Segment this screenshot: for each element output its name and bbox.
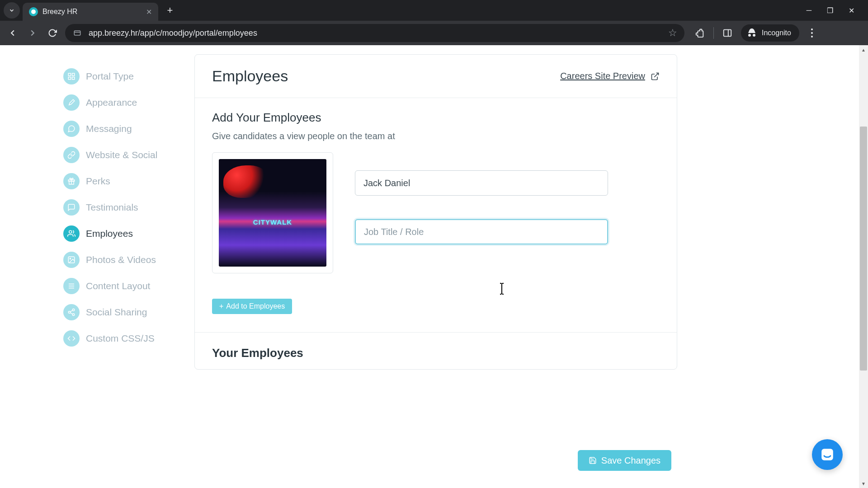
gift-icon	[63, 173, 80, 189]
back-button[interactable]	[5, 26, 20, 40]
close-window-icon[interactable]: ✕	[849, 6, 854, 15]
sidebar-item-label: Social Sharing	[86, 307, 147, 318]
sidebar-item-content-layout[interactable]: Content Layout	[63, 273, 194, 299]
preview-link-label: Careers Site Preview	[560, 71, 645, 81]
minimize-icon[interactable]: ─	[807, 6, 811, 15]
browser-toolbar: app.breezy.hr/app/c/moodjoy/portal/emplo…	[0, 21, 868, 45]
new-tab-button[interactable]: +	[163, 3, 177, 18]
browser-chrome: Breezy HR ✕ + ─ ❐ ✕ app.breezy.hr/app/c/…	[0, 0, 868, 45]
add-to-employees-button[interactable]: + Add to Employees	[212, 299, 292, 314]
add-button-label: Add to Employees	[226, 302, 285, 310]
employee-name-input[interactable]	[355, 170, 608, 196]
sidebar-item-custom-css-js[interactable]: Custom CSS/JS	[63, 325, 194, 352]
tab-search-button[interactable]	[4, 2, 20, 19]
content-card: Employees Careers Site Preview Add Your …	[194, 54, 677, 370]
employee-role-input[interactable]	[355, 219, 608, 244]
chat-icon	[63, 121, 80, 137]
svg-point-20	[72, 314, 75, 316]
plus-icon: +	[219, 302, 223, 310]
save-bar: Save Changes	[578, 450, 671, 471]
sidebar-item-social-sharing[interactable]: Social Sharing	[63, 299, 194, 325]
page-title: Employees	[212, 67, 288, 85]
svg-point-12	[69, 230, 72, 233]
reload-button[interactable]	[45, 26, 60, 40]
site-info-icon[interactable]	[72, 28, 82, 38]
settings-sidebar: Portal Type Appearance Messaging Website…	[0, 45, 194, 488]
maximize-icon[interactable]: ❐	[827, 6, 833, 15]
sidebar-item-label: Website & Social	[86, 150, 157, 160]
sidebar-item-employees[interactable]: Employees	[63, 221, 194, 247]
brush-icon	[63, 94, 80, 111]
sidebar-item-testimonials[interactable]: Testimonials	[63, 194, 194, 221]
svg-point-0	[31, 9, 36, 14]
url-text: app.breezy.hr/app/c/moodjoy/portal/emplo…	[89, 28, 662, 38]
sidebar-item-portal-type[interactable]: Portal Type	[63, 63, 194, 89]
section-subtitle: Give candidates a view people on the tea…	[212, 131, 660, 141]
add-employees-section: Add Your Employees Give candidates a vie…	[195, 98, 677, 332]
sidebar-item-label: Content Layout	[86, 281, 150, 291]
external-link-icon	[651, 72, 660, 81]
svg-rect-8	[72, 77, 75, 80]
svg-line-23	[654, 73, 658, 77]
svg-line-22	[70, 310, 72, 312]
incognito-label: Incognito	[762, 29, 791, 37]
your-employees-title: Your Employees	[195, 332, 677, 369]
save-button-label: Save Changes	[601, 455, 660, 466]
sidebar-item-label: Custom CSS/JS	[86, 333, 155, 344]
browser-tab[interactable]: Breezy HR ✕	[23, 3, 158, 21]
employee-photo-upload[interactable]	[212, 152, 333, 273]
browser-menu-button[interactable]	[807, 28, 816, 38]
intercom-icon	[820, 447, 835, 462]
scroll-thumb[interactable]	[860, 127, 867, 371]
sidebar-item-website-social[interactable]: Website & Social	[63, 142, 194, 168]
careers-preview-link[interactable]: Careers Site Preview	[560, 71, 660, 81]
employee-fields	[355, 152, 608, 268]
sidebar-item-perks[interactable]: Perks	[63, 168, 194, 194]
svg-rect-5	[68, 73, 71, 75]
svg-point-18	[72, 309, 75, 311]
svg-rect-24	[821, 449, 833, 460]
incognito-indicator[interactable]: Incognito	[741, 24, 799, 42]
svg-line-21	[70, 313, 72, 314]
scrollbar[interactable]: ▲ ▼	[859, 45, 868, 488]
sidebar-item-label: Testimonials	[86, 202, 138, 213]
tab-close-icon[interactable]: ✕	[146, 8, 152, 16]
extensions-area: Incognito	[690, 24, 821, 42]
save-icon	[589, 456, 597, 465]
scroll-up-arrow[interactable]: ▲	[859, 45, 868, 54]
link-icon	[63, 147, 80, 163]
sidebar-item-appearance[interactable]: Appearance	[63, 89, 194, 116]
svg-rect-7	[68, 77, 71, 80]
card-header: Employees Careers Site Preview	[195, 55, 677, 98]
svg-point-19	[68, 311, 71, 314]
section-title: Add Your Employees	[212, 111, 660, 125]
grid-icon	[63, 68, 80, 84]
sidepanel-icon[interactable]	[722, 28, 733, 38]
quote-icon	[63, 199, 80, 216]
forward-button[interactable]	[25, 26, 40, 40]
sidebar-item-messaging[interactable]: Messaging	[63, 116, 194, 142]
svg-rect-3	[724, 30, 731, 37]
sidebar-item-label: Perks	[86, 176, 110, 187]
sidebar-item-label: Portal Type	[86, 71, 134, 82]
bookmark-star-icon[interactable]: ☆	[668, 27, 677, 39]
sidebar-item-photos-videos[interactable]: Photos & Videos	[63, 247, 194, 273]
intercom-chat-button[interactable]	[812, 439, 843, 470]
code-icon	[63, 330, 80, 347]
users-icon	[63, 225, 80, 242]
toolbar-divider	[713, 27, 714, 39]
main-content: Employees Careers Site Preview Add Your …	[194, 45, 868, 488]
save-changes-button[interactable]: Save Changes	[578, 450, 671, 471]
address-bar[interactable]: app.breezy.hr/app/c/moodjoy/portal/emplo…	[65, 24, 684, 42]
share-icon	[63, 304, 80, 320]
svg-rect-1	[74, 31, 80, 35]
extensions-icon[interactable]	[694, 28, 705, 38]
image-icon	[63, 252, 80, 268]
layout-icon	[63, 278, 80, 294]
svg-rect-6	[72, 73, 75, 75]
employee-form-row	[212, 152, 660, 273]
favicon-icon	[29, 7, 38, 16]
tab-title: Breezy HR	[42, 8, 142, 16]
scroll-down-arrow[interactable]: ▼	[859, 479, 868, 488]
sidebar-item-label: Appearance	[86, 97, 137, 108]
